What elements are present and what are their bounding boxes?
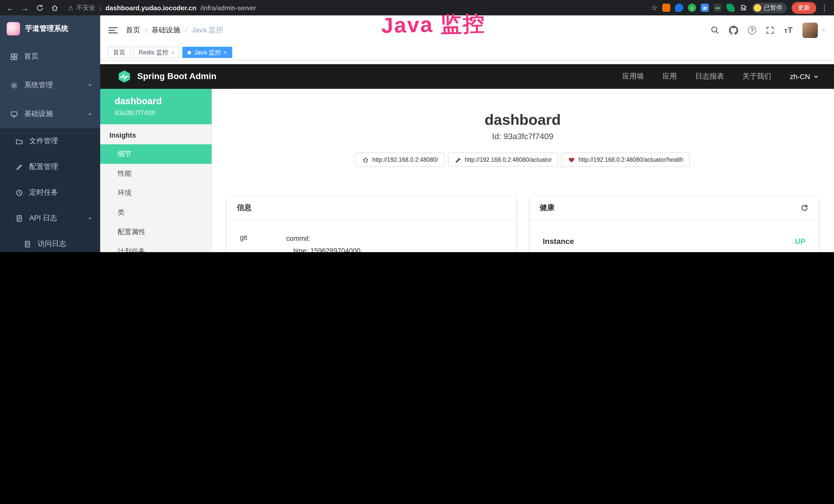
avatar (803, 22, 818, 38)
api-log-icon (16, 214, 24, 222)
chevron-up-icon (87, 215, 93, 221)
endpoint-root-button[interactable]: http://192.168.0.2:48080/ (355, 153, 445, 167)
security-chip[interactable]: ⚠ 不安全 (68, 3, 95, 12)
fullscreen-icon[interactable] (766, 26, 774, 34)
reload-icon[interactable] (36, 4, 44, 12)
hamburger-icon[interactable] (108, 27, 118, 33)
health-card-title: 健康 (540, 203, 554, 212)
sba-sidebar: dashboard 93a3fc7f7409 Insights 细节 性能 环境… (100, 89, 212, 252)
search-icon[interactable] (711, 26, 720, 35)
sba-menu-performance[interactable]: 性能 (100, 164, 212, 183)
home-nav-icon[interactable] (51, 4, 59, 12)
sidebar-item-access-log[interactable]: 访问日志 (0, 231, 100, 252)
sba-insights-title: Insights (100, 124, 212, 144)
sba-menu-config-props[interactable]: 配置属性 (100, 222, 212, 242)
bookmark-star-icon[interactable]: ☆ (651, 4, 658, 12)
admin-sidebar: 芋道管理系统 首页 系统管理 (0, 16, 100, 252)
clock-icon (16, 189, 24, 197)
sidebar-item-home[interactable]: 首页 (0, 42, 100, 71)
sidebar-item-label: 首页 (24, 52, 39, 61)
extension-icon-switch[interactable]: on (714, 4, 722, 12)
breadcrumb-separator: / (185, 26, 187, 34)
sidebar-item-label: API 日志 (29, 214, 57, 223)
tab-java-monitor[interactable]: Java 监控 × (183, 47, 232, 58)
screen: ← → ⚠ 不安全 | dashboard.yudao.iocoder.cn/i… (0, 0, 834, 252)
breadcrumb-infra[interactable]: 基础设施 (152, 25, 180, 35)
info-value: commit: time: 1596289704000 id: 27aa832 … (286, 233, 503, 252)
sba-link-applications[interactable]: 应用 (662, 72, 677, 81)
font-size-icon[interactable]: тT (784, 25, 793, 35)
sba-instance-id: 93a3fc7f7409 (114, 109, 206, 117)
sidebar-item-system[interactable]: 系统管理 (0, 71, 100, 100)
breadcrumb-home[interactable]: 首页 (126, 25, 140, 35)
sidebar-item-scheduled-jobs[interactable]: 定时任务 (0, 180, 100, 205)
profile-chip[interactable]: 已暂停 (752, 2, 787, 13)
sba-locale-label: zh-CN (790, 72, 810, 81)
endpoint-url: http://192.168.0.2:48080/actuator (465, 157, 552, 163)
github-icon[interactable] (729, 25, 739, 35)
sba-link-wallboard[interactable]: 应用墙 (622, 72, 644, 81)
wrench-icon (454, 156, 461, 163)
chevron-down-icon (87, 82, 93, 88)
sidebar-item-api-log[interactable]: API 日志 (0, 205, 100, 231)
sidebar-item-config-manage[interactable]: 配置管理 (0, 154, 100, 180)
browser-menu-icon[interactable]: ⋮ (821, 4, 828, 12)
close-icon[interactable]: × (223, 49, 227, 55)
close-icon[interactable]: × (171, 49, 174, 55)
extensions-puzzle-icon[interactable] (739, 4, 747, 12)
breadcrumb: 首页 / 基础设施 / Java 监控 (126, 25, 223, 35)
sidebar-item-label: 定时任务 (29, 188, 58, 197)
extension-icon-green-circle[interactable]: y (688, 4, 696, 12)
sidebar-item-label: 访问日志 (38, 239, 66, 249)
topbar: 首页 / 基础设施 / Java 监控 ? (100, 16, 834, 45)
health-card: 健康 Instance UP (529, 196, 819, 252)
endpoint-url: http://192.168.0.2:48080/actuator/health (578, 157, 683, 163)
sidebar-item-label: 文件管理 (29, 137, 58, 146)
sba-locale-select[interactable]: zh-CN (790, 72, 819, 81)
dashboard-icon (10, 53, 19, 60)
sba-menu-classes[interactable]: 类 (100, 203, 212, 222)
info-row-git: git commit: time: 1596289704000 id: 27aa… (237, 226, 506, 252)
sba-link-journal[interactable]: 日志报表 (695, 72, 724, 81)
history-icon[interactable] (800, 204, 809, 212)
access-log-icon (24, 240, 32, 248)
forward-icon[interactable]: → (21, 4, 29, 12)
endpoint-url: http://192.168.0.2:48080/ (372, 157, 438, 163)
sidebar-item-label: 配置管理 (29, 162, 58, 171)
page-title: dashboard (226, 111, 819, 129)
back-icon[interactable]: ← (6, 4, 14, 12)
tab-label: Java 监控 (194, 48, 221, 57)
address-bar[interactable]: ⚠ 不安全 | dashboard.yudao.iocoder.cn/infra… (68, 3, 256, 12)
sidebar-item-infrastructure[interactable]: 基础设施 (0, 100, 100, 129)
sba-instance-header[interactable]: dashboard 93a3fc7f7409 (100, 89, 212, 124)
extension-icon-leaf[interactable] (726, 4, 734, 12)
active-tab-dot (188, 51, 191, 54)
sba-link-about[interactable]: 关于我们 (743, 72, 771, 81)
sba-navbar: Spring Boot Admin 应用墙 应用 日志报表 关于我们 zh-CN (100, 64, 834, 89)
sba-brand[interactable]: Spring Boot Admin (118, 70, 217, 83)
sba-body: dashboard 93a3fc7f7409 Insights 细节 性能 环境… (100, 89, 834, 252)
extension-icon-orange[interactable] (662, 4, 671, 12)
endpoint-health-button[interactable]: http://192.168.0.2:48080/actuator/health (562, 153, 690, 167)
user-menu[interactable] (803, 22, 826, 38)
app-title: 芋道管理系统 (25, 24, 68, 33)
extension-icon-grid[interactable]: ▦ (701, 4, 709, 12)
sba-menu-scheduled[interactable]: 计划任务 (100, 242, 212, 252)
sidebar-item-file-manage[interactable]: 文件管理 (0, 129, 100, 154)
app-logo-row[interactable]: 芋道管理系统 (0, 16, 100, 42)
update-button[interactable]: 更新 (792, 2, 816, 14)
help-icon[interactable]: ? (748, 26, 756, 34)
info-card: 信息 git commit: time: 1596289704000 (226, 196, 516, 252)
sba-menu-details[interactable]: 细节 (100, 144, 212, 164)
tab-redis-monitor[interactable]: Redis 监控 × (134, 47, 179, 58)
sba-main: dashboard Id: 93a3fc7f7409 http://192.16… (212, 89, 834, 252)
endpoint-actuator-button[interactable]: http://192.168.0.2:48080/actuator (448, 153, 558, 167)
health-heart-icon (568, 156, 575, 163)
url-divider: | (100, 4, 101, 12)
edit-icon (16, 163, 24, 171)
extension-icon-drop[interactable] (675, 4, 683, 12)
sba-nav-links: 应用墙 应用 日志报表 关于我们 zh-CN (622, 72, 819, 81)
tab-home[interactable]: 首页 (108, 47, 130, 58)
sidebar-item-label: 基础设施 (24, 109, 53, 119)
sba-menu-environment[interactable]: 环境 (100, 183, 212, 203)
